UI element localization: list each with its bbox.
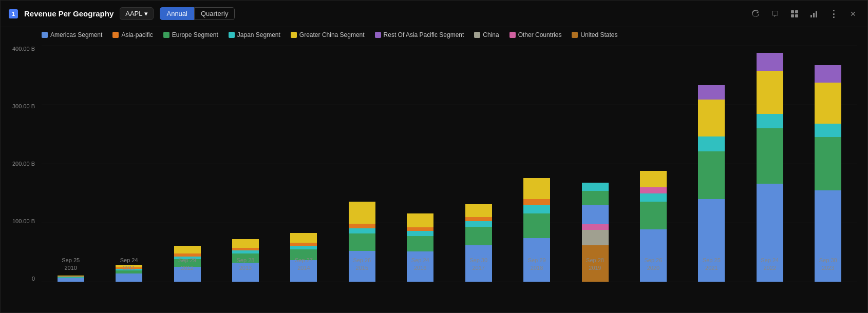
quarterly-button[interactable]: Quarterly <box>194 7 235 20</box>
y-label-0: 0 <box>32 276 35 282</box>
bar-group[interactable] <box>42 46 100 282</box>
x-labels: Sep 252010Sep 242011Sep 292012Sep 282013… <box>42 253 857 282</box>
x-label-2016: Sep 242016 <box>391 257 449 272</box>
americas-swatch <box>42 32 48 38</box>
legend-item-europe: Europe Segment <box>163 31 218 38</box>
chart-title: Revenue Per Geography <box>24 9 114 18</box>
x-label-2018: Sep 292018 <box>507 257 565 272</box>
x-label-2010: Sep 252010 <box>42 257 100 272</box>
europe-label: Europe Segment <box>172 31 218 38</box>
bar-segment-japan <box>815 124 841 137</box>
legend-item-americas: Americas Segment <box>42 31 102 38</box>
united-states-swatch <box>572 32 578 38</box>
bar-segment-rest_asia <box>757 53 783 71</box>
bar-group[interactable] <box>158 46 216 282</box>
y-label-100: 100.00 B <box>12 218 35 224</box>
bar-group[interactable] <box>449 46 507 282</box>
header: 1 Revenue Per Geography AAPL ▾ Annual Qu… <box>1 1 867 27</box>
bar-group[interactable] <box>216 46 274 282</box>
chart-container: 1 Revenue Per Geography AAPL ▾ Annual Qu… <box>0 0 868 313</box>
x-label-2014: Sep 272014 <box>275 257 333 272</box>
x-label-2022: Sep 242022 <box>741 257 799 272</box>
svg-rect-3 <box>795 14 798 17</box>
annual-button[interactable]: Annual <box>160 7 194 20</box>
bar-segment-japan <box>640 193 667 202</box>
svg-rect-1 <box>795 10 798 13</box>
chart-type-button[interactable] <box>808 8 820 20</box>
bar-segment-japan <box>523 205 550 213</box>
bar-segment-japan <box>465 221 492 227</box>
china-label: China <box>483 31 499 38</box>
header-icons: ⋮ ✕ <box>749 8 859 20</box>
bar-group[interactable] <box>624 46 682 282</box>
comment-button[interactable] <box>769 8 781 20</box>
bar-segment-greater_china <box>523 178 550 199</box>
bar-segment-greater_china <box>290 233 317 243</box>
bar-group[interactable] <box>275 46 333 282</box>
bar-segment-greater_china <box>232 239 259 248</box>
bar-segment-japan <box>698 136 725 151</box>
y-axis: 400.00 B 300.00 B 200.00 B 100.00 B 0 <box>1 46 39 282</box>
close-button[interactable]: ✕ <box>847 8 859 20</box>
x-label-2012: Sep 292012 <box>158 257 216 272</box>
bar-segment-europe <box>698 151 725 199</box>
rest-asia-label: Rest Of Asia Pacific Segment <box>384 31 464 38</box>
bar-group[interactable] <box>391 46 449 282</box>
svg-rect-4 <box>810 15 812 17</box>
x-label-2020: Sep 262020 <box>624 257 682 272</box>
greater-china-label: Greater China Segment <box>299 31 365 38</box>
bar-segment-japan <box>290 246 317 249</box>
legend: Americas Segment Asia-pacific Europe Seg… <box>1 27 867 41</box>
ticker-label: AAPL <box>125 10 142 17</box>
other-countries-label: Other Countries <box>518 31 562 38</box>
x-label-2011: Sep 242011 <box>100 257 158 272</box>
asia-pacific-label: Asia-pacific <box>121 31 153 38</box>
bar-group[interactable] <box>566 46 624 282</box>
bar-segment-other_countries <box>582 224 609 230</box>
japan-label: Japan Segment <box>237 31 280 38</box>
legend-item-japan: Japan Segment <box>229 31 280 38</box>
bar-segment-other_countries <box>640 187 667 193</box>
bar-segment-japan <box>582 183 609 191</box>
x-label-2021: Sep 252021 <box>683 257 741 272</box>
ticker-button[interactable]: AAPL ▾ <box>120 7 154 20</box>
legend-item-greater-china: Greater China Segment <box>291 31 365 38</box>
bar-group[interactable] <box>683 46 741 282</box>
bar-segment-greater_china <box>640 171 667 187</box>
bar-segment-europe <box>757 128 783 184</box>
bar-group[interactable] <box>100 46 158 282</box>
bar-group[interactable] <box>333 46 391 282</box>
y-label-200: 200.00 B <box>12 161 35 167</box>
bar-group[interactable] <box>799 46 857 282</box>
bar-segment-japan <box>757 114 783 128</box>
bar-segment-rest_asia <box>815 65 841 83</box>
bar-segment-europe <box>815 137 841 190</box>
asia-pacific-swatch <box>112 32 119 38</box>
bar-segment-greater_china <box>349 202 375 224</box>
more-button[interactable]: ⋮ <box>827 8 840 20</box>
bar-group[interactable] <box>507 46 565 282</box>
period-toggle: Annual Quarterly <box>160 7 235 20</box>
legend-item-other-countries: Other Countries <box>510 31 562 38</box>
japan-swatch <box>229 32 235 38</box>
bar-segment-europe <box>465 227 492 245</box>
other-countries-swatch <box>510 32 516 38</box>
y-label-300: 300.00 B <box>12 103 35 109</box>
bar-segment-greater_china <box>465 204 492 217</box>
bar-segment-asia_pacific <box>407 227 433 231</box>
americas-label: Americas Segment <box>50 31 102 38</box>
bar-segment-greater_china <box>815 83 841 123</box>
legend-item-rest-asia: Rest Of Asia Pacific Segment <box>375 31 464 38</box>
grid-line <box>42 282 857 282</box>
bar-group[interactable] <box>741 46 799 282</box>
china-swatch <box>474 32 480 38</box>
bar-segment-americas <box>582 205 609 224</box>
svg-rect-6 <box>816 11 817 17</box>
x-label-2013: Sep 282013 <box>216 257 274 272</box>
bar-segment-rest_asia <box>698 85 725 100</box>
europe-swatch <box>163 32 169 38</box>
legend-item-asia-pacific: Asia-pacific <box>112 31 153 38</box>
refresh-button[interactable] <box>749 8 762 20</box>
bar-segment-greater_china <box>174 246 201 253</box>
layout-button[interactable] <box>788 8 801 20</box>
